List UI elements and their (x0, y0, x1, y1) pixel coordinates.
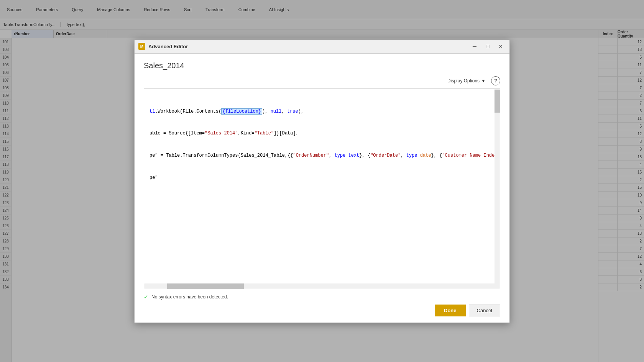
dialog-title: Advanced Editor (148, 44, 467, 49)
dialog-close-button[interactable]: ✕ (496, 42, 506, 51)
display-options-label: Display Options (447, 78, 480, 84)
code-line-4: pe" (150, 174, 495, 182)
dialog-titlebar: M Advanced Editor ─ □ ✕ (135, 40, 509, 54)
minimize-icon: ─ (473, 43, 476, 49)
code-line-1: t1.Workbook(File.Contents({fileLocation}… (150, 108, 495, 115)
dialog-minimize-button[interactable]: ─ (470, 42, 480, 51)
code-content[interactable]: t1.Workbook(File.Contents({fileLocation}… (144, 89, 500, 289)
dialog-footer: ✓ No syntax errors have been detected. D… (135, 289, 509, 323)
status-bar: ✓ No syntax errors have been detected. (144, 294, 500, 300)
help-icon: ? (494, 78, 497, 84)
hscrollbar-thumb (167, 283, 244, 289)
close-icon: ✕ (498, 43, 503, 49)
code-editor[interactable]: t1.Workbook(File.Contents({fileLocation}… (144, 88, 500, 289)
status-text: No syntax errors have been detected. (151, 294, 228, 300)
checkmark-icon: ✓ (144, 294, 148, 300)
display-options-button[interactable]: Display Options ▼ (445, 77, 488, 85)
code-line-2: able = Source{[Item="Sales_2014",Kind="T… (150, 130, 495, 137)
help-button[interactable]: ? (491, 76, 500, 85)
code-line-3: pe" = Table.TransformColumnTypes(Sales_2… (150, 152, 495, 159)
code-vertical-scrollbar[interactable] (495, 89, 500, 289)
dialog-maximize-button[interactable]: □ (483, 42, 493, 51)
dialog-options-bar: Display Options ▼ ? (144, 76, 500, 85)
modal-overlay: M Advanced Editor ─ □ ✕ Sales_2014 Displ… (0, 0, 644, 362)
dialog-body: Sales_2014 Display Options ▼ ? t1.Workbo… (135, 54, 509, 289)
footer-buttons: Done Cancel (144, 305, 500, 316)
advanced-editor-dialog: M Advanced Editor ─ □ ✕ Sales_2014 Displ… (134, 39, 510, 323)
code-horizontal-scrollbar[interactable] (144, 283, 495, 289)
dialog-icon: M (138, 43, 145, 50)
done-button[interactable]: Done (435, 305, 466, 316)
scrollbar-thumb (495, 90, 500, 113)
cancel-button[interactable]: Cancel (469, 305, 500, 316)
query-title: Sales_2014 (144, 61, 500, 70)
chevron-down-icon: ▼ (481, 78, 486, 84)
maximize-icon: □ (486, 43, 489, 49)
